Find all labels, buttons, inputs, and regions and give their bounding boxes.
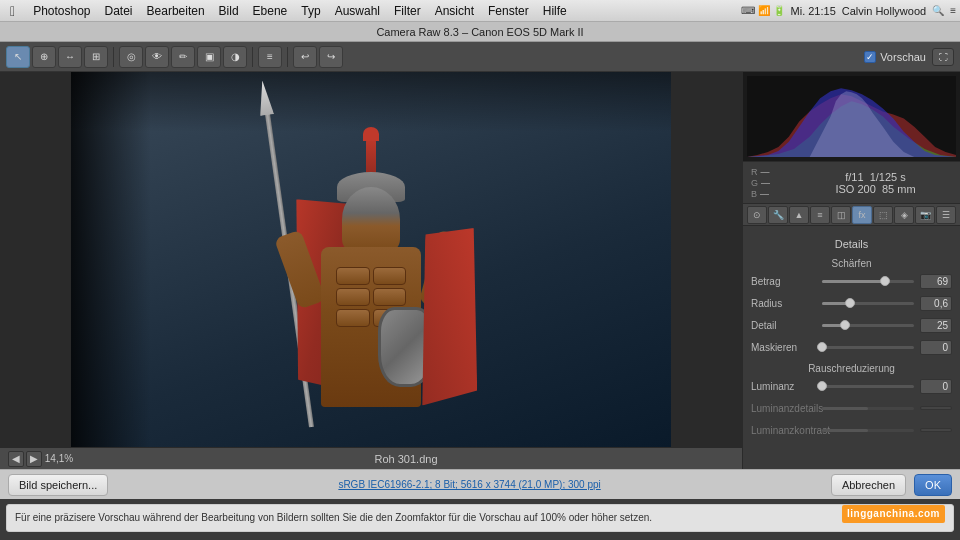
luminanzdetails-label: Luminanzdetails bbox=[751, 403, 816, 414]
r-value: — bbox=[761, 167, 770, 177]
ok-button[interactable]: OK bbox=[914, 474, 952, 496]
betrag-slider[interactable] bbox=[822, 273, 914, 289]
status-bar: ◀ ▶ 14,1% Roh 301.dng bbox=[0, 447, 742, 469]
tab-hsl[interactable]: ≡ bbox=[810, 206, 830, 224]
detail-value[interactable]: 25 bbox=[920, 318, 952, 333]
tool-undo[interactable]: ↩ bbox=[293, 46, 317, 68]
tool-brush[interactable]: ✏ bbox=[171, 46, 195, 68]
cape-right bbox=[416, 226, 485, 409]
tab-camera[interactable]: 📷 bbox=[915, 206, 935, 224]
tab-triangle[interactable]: ▲ bbox=[789, 206, 809, 224]
fullscreen-button[interactable]: ⛶ bbox=[932, 48, 954, 66]
tool-list[interactable]: ≡ bbox=[258, 46, 282, 68]
radius-value[interactable]: 0,6 bbox=[920, 296, 952, 311]
b-readout: B — bbox=[751, 189, 791, 199]
detail-slider[interactable] bbox=[822, 317, 914, 333]
zoom-level: 14,1% bbox=[44, 453, 74, 464]
window-titlebar: Camera Raw 8.3 – Canon EOS 5D Mark II bbox=[0, 22, 960, 42]
system-icons: ⌨ 📶 🔋 bbox=[741, 5, 785, 16]
abs-2 bbox=[373, 267, 407, 285]
maskieren-value[interactable]: 0 bbox=[920, 340, 952, 355]
color-info-link[interactable]: sRGB IEC61966-2.1; 8 Bit; 5616 x 3744 (2… bbox=[338, 479, 600, 490]
menu-auswahl[interactable]: Auswahl bbox=[329, 2, 386, 20]
radius-slider[interactable] bbox=[822, 295, 914, 311]
menubar-right: ⌨ 📶 🔋 Mi. 21:15 Calvin Hollywood 🔍 ≡ bbox=[741, 5, 956, 17]
photo-canvas[interactable] bbox=[71, 72, 671, 447]
menu-fenster[interactable]: Fenster bbox=[482, 2, 535, 20]
tool-redeye[interactable]: 👁 bbox=[145, 46, 169, 68]
luminanz-slider[interactable] bbox=[822, 378, 914, 394]
tool-filter[interactable]: ◑ bbox=[223, 46, 247, 68]
menu-ansicht[interactable]: Ansicht bbox=[429, 2, 480, 20]
iso-focal: ISO 200 85 mm bbox=[799, 183, 952, 195]
luminanz-value[interactable]: 0 bbox=[920, 379, 952, 394]
menu-hilfe[interactable]: Hilfe bbox=[537, 2, 573, 20]
luminanzkontrast-label: Luminanzkontrast bbox=[751, 425, 816, 436]
cancel-button[interactable]: Abbrechen bbox=[831, 474, 906, 496]
tool-select[interactable]: ↖ bbox=[6, 46, 30, 68]
tab-basic[interactable]: ⊙ bbox=[747, 206, 767, 224]
tool-crop[interactable]: ⊕ bbox=[32, 46, 56, 68]
detail-track bbox=[822, 324, 914, 327]
action-bar: Bild speichern... sRGB IEC61966-2.1; 8 B… bbox=[0, 469, 960, 499]
luminanz-thumb[interactable] bbox=[817, 381, 827, 391]
tool-straighten[interactable]: ↔ bbox=[58, 46, 82, 68]
tool-transform[interactable]: ⊞ bbox=[84, 46, 108, 68]
save-button[interactable]: Bild speichern... bbox=[8, 474, 108, 496]
betrag-label: Betrag bbox=[751, 276, 816, 287]
menu-bearbeiten[interactable]: Bearbeiten bbox=[141, 2, 211, 20]
detail-thumb[interactable] bbox=[840, 320, 850, 330]
right-panel: R — G — B — f/11 1/125 s ISO 200 85 mm bbox=[742, 72, 960, 469]
vorschau-toggle[interactable]: ✓ Vorschau bbox=[864, 51, 926, 63]
tab-tone[interactable]: 🔧 bbox=[768, 206, 788, 224]
zoom-increase[interactable]: ▶ bbox=[26, 451, 42, 467]
slider-detail: Detail 25 bbox=[751, 317, 952, 333]
menu-filter[interactable]: Filter bbox=[388, 2, 427, 20]
tab-split[interactable]: ◫ bbox=[831, 206, 851, 224]
apple-menu[interactable]:  bbox=[4, 3, 21, 19]
tool-spot[interactable]: ◎ bbox=[119, 46, 143, 68]
tool-redo[interactable]: ↪ bbox=[319, 46, 343, 68]
toolbar-right: ✓ Vorschau ⛶ bbox=[864, 48, 954, 66]
tab-effects[interactable]: ◈ bbox=[894, 206, 914, 224]
histogram-chart bbox=[747, 76, 956, 157]
warrior-head bbox=[342, 187, 400, 252]
maskieren-thumb[interactable] bbox=[817, 342, 827, 352]
separator-3 bbox=[287, 47, 288, 67]
abs-4 bbox=[373, 288, 407, 306]
color-info[interactable]: sRGB IEC61966-2.1; 8 Bit; 5616 x 3744 (2… bbox=[116, 479, 823, 490]
luminanzdetails-slider bbox=[822, 400, 914, 416]
luminanzdetails-value bbox=[920, 406, 952, 410]
g-label: G bbox=[751, 178, 758, 188]
tab-detail[interactable]: fx bbox=[852, 206, 872, 224]
zoom-controls: ◀ ▶ 14,1% bbox=[8, 451, 74, 467]
menu-extra-icon[interactable]: ≡ bbox=[950, 5, 956, 16]
vorschau-checkbox[interactable]: ✓ bbox=[864, 51, 876, 63]
b-value: — bbox=[760, 189, 769, 199]
search-icon[interactable]: 🔍 bbox=[932, 5, 944, 16]
zoom-decrease[interactable]: ◀ bbox=[8, 451, 24, 467]
menu-ebene[interactable]: Ebene bbox=[247, 2, 294, 20]
menu-typ[interactable]: Typ bbox=[295, 2, 326, 20]
maskieren-track bbox=[822, 346, 914, 349]
betrag-thumb[interactable] bbox=[880, 276, 890, 286]
radius-thumb[interactable] bbox=[845, 298, 855, 308]
betrag-value[interactable]: 69 bbox=[920, 274, 952, 289]
menu-bild[interactable]: Bild bbox=[213, 2, 245, 20]
maskieren-slider[interactable] bbox=[822, 339, 914, 355]
b-label: B bbox=[751, 189, 757, 199]
abs-3 bbox=[336, 288, 370, 306]
tab-lens[interactable]: ⬚ bbox=[873, 206, 893, 224]
tool-gradient[interactable]: ▣ bbox=[197, 46, 221, 68]
menu-photoshop[interactable]: Photoshop bbox=[27, 2, 96, 20]
tab-presets[interactable]: ☰ bbox=[936, 206, 956, 224]
luminanzkontrast-value bbox=[920, 428, 952, 432]
luminanzdetails-fill bbox=[822, 407, 868, 410]
menu-datei[interactable]: Datei bbox=[99, 2, 139, 20]
sharpen-section-title: Schärfen bbox=[751, 258, 952, 269]
image-container bbox=[0, 72, 742, 447]
luminanzkontrast-slider bbox=[822, 422, 914, 438]
radius-label: Radius bbox=[751, 298, 816, 309]
vorschau-label: Vorschau bbox=[880, 51, 926, 63]
separator-1 bbox=[113, 47, 114, 67]
